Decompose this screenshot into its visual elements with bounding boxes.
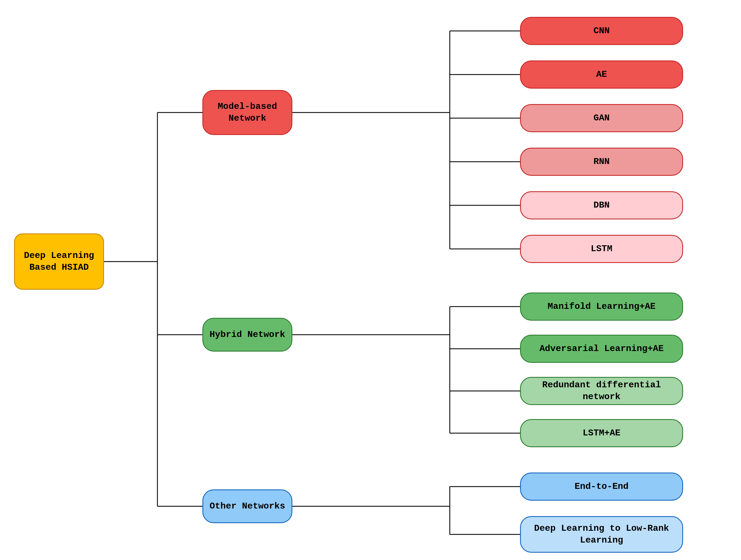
diagram-container: Deep Learning Based HSIAD Model-based Ne… [0, 0, 741, 560]
deep-low-rank-label: Deep Learning to Low-Rank Learning [527, 522, 677, 546]
root-node: Deep Learning Based HSIAD [14, 234, 104, 290]
deep-low-rank-node: Deep Learning to Low-Rank Learning [520, 516, 683, 553]
other-node: Other Networks [202, 489, 292, 523]
model-label: Model-based Network [209, 101, 286, 124]
other-label: Other Networks [210, 500, 285, 512]
cnn-node: CNN [520, 17, 683, 45]
adversarial-node: Adversarial Learning+AE [520, 335, 683, 363]
lstm-node: LSTM [520, 235, 683, 263]
end-to-end-node: End-to-End [520, 473, 683, 501]
root-label: Deep Learning Based HSIAD [20, 250, 97, 273]
lstm-ae-label: LSTM+AE [583, 427, 620, 439]
gan-node: GAN [520, 104, 683, 132]
ae-label: AE [596, 69, 607, 80]
dbn-label: DBN [593, 199, 610, 211]
dbn-node: DBN [520, 191, 683, 220]
ae-node: AE [520, 60, 683, 88]
rnn-node: RNN [520, 148, 683, 176]
rnn-label: RNN [593, 156, 610, 168]
manifold-node: Manifold Learning+AE [520, 293, 683, 321]
hybrid-label: Hybrid Network [210, 329, 285, 340]
end-to-end-label: End-to-End [575, 481, 628, 493]
model-based-node: Model-based Network [202, 90, 292, 135]
gan-label: GAN [593, 112, 610, 124]
lstm-label: LSTM [591, 243, 613, 255]
hybrid-node: Hybrid Network [202, 318, 292, 352]
lstm-ae-node: LSTM+AE [520, 419, 683, 447]
adversarial-label: Adversarial Learning+AE [539, 343, 664, 355]
redundant-label: Redundant differential network [527, 379, 677, 402]
redundant-node: Redundant differential network [520, 377, 683, 405]
cnn-label: CNN [593, 25, 610, 37]
manifold-label: Manifold Learning+AE [548, 301, 656, 312]
